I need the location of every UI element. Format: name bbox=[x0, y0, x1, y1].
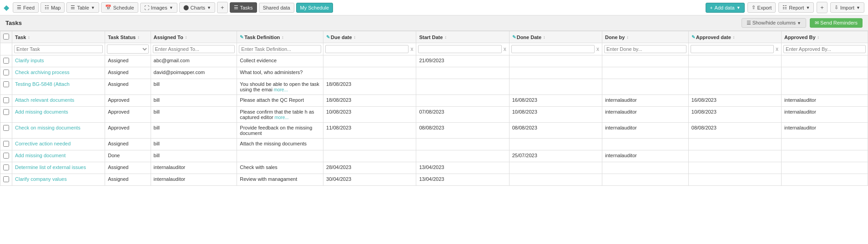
done-date-cell bbox=[509, 174, 602, 186]
task-link[interactable]: Clarify inputs bbox=[15, 58, 44, 63]
more-link[interactable]: more... bbox=[273, 87, 288, 92]
row-checkbox[interactable] bbox=[3, 58, 9, 64]
approved-date-cell: 10/08/2023 bbox=[688, 107, 781, 123]
row-checkbox[interactable] bbox=[3, 109, 9, 115]
task-link[interactable]: Check on missing documents bbox=[15, 125, 81, 130]
done-date-cell bbox=[509, 162, 602, 174]
start-date-filter-input[interactable] bbox=[418, 45, 501, 53]
task-cell: Add missing document bbox=[12, 150, 105, 162]
my-schedule-tab[interactable]: My Schedule bbox=[296, 3, 333, 13]
assigned-to-cell: bill bbox=[151, 139, 237, 150]
task-link[interactable]: Determine list of external issues bbox=[15, 164, 86, 170]
task-status-cell: Done bbox=[105, 150, 151, 162]
table-row: Check archiving processAssigneddavid@poi… bbox=[0, 67, 868, 79]
show-hide-columns-button[interactable]: ☰ Show/hide columns ▼ bbox=[742, 18, 806, 28]
assigned-to-sort-icon[interactable]: ↕ bbox=[185, 35, 187, 40]
import-button[interactable]: ⇩ Import ▼ bbox=[830, 2, 864, 13]
row-checkbox-cell bbox=[0, 67, 12, 79]
task-def-filter-cell bbox=[237, 43, 323, 55]
task-link[interactable]: Add missing documents bbox=[15, 109, 68, 115]
images-icon: ⛶ bbox=[144, 5, 149, 10]
due-date-cell bbox=[323, 55, 416, 67]
row-checkbox[interactable] bbox=[3, 97, 9, 103]
approved-by-cell: internalauditor bbox=[782, 107, 868, 123]
done-date-cell: 25/07/2023 bbox=[509, 150, 602, 162]
approved-date-cell bbox=[688, 79, 781, 95]
row-checkbox[interactable] bbox=[3, 176, 9, 182]
approved-date-sort-icon[interactable]: ↕ bbox=[733, 35, 735, 40]
task-link[interactable]: Corrective action needed bbox=[15, 141, 71, 146]
approved-by-sort-icon[interactable]: ↕ bbox=[818, 35, 820, 40]
send-reminders-button[interactable]: ✉ Send Reminders bbox=[810, 18, 863, 28]
table-tab[interactable]: ☰ Table ▼ bbox=[66, 2, 99, 13]
add-button[interactable]: + bbox=[817, 2, 828, 13]
table-row: Check on missing documentsApprovedbillPr… bbox=[0, 123, 868, 139]
due-date-cell: 30/04/2023 bbox=[323, 174, 416, 186]
done-date-sort-icon[interactable]: ↕ bbox=[543, 35, 545, 40]
tasks-icon: ☰ bbox=[234, 5, 238, 10]
map-tab[interactable]: ☷ Map bbox=[40, 2, 65, 13]
approved-date-filter-input[interactable] bbox=[691, 45, 774, 53]
done-by-filter-input[interactable] bbox=[604, 45, 686, 53]
done-date-filter-input[interactable] bbox=[511, 45, 595, 53]
task-status-sort-icon[interactable]: ↕ bbox=[137, 35, 140, 40]
start-date-cell: 13/04/2023 bbox=[416, 162, 509, 174]
section-actions: ☰ Show/hide columns ▼ ✉ Send Reminders bbox=[742, 18, 863, 28]
shared-data-tab[interactable]: Shared data bbox=[259, 3, 294, 13]
row-checkbox[interactable] bbox=[3, 81, 9, 87]
schedule-tab[interactable]: 📅 Schedule bbox=[101, 2, 138, 13]
done-by-col-header: Done by ↕ bbox=[602, 31, 689, 43]
row-checkbox[interactable] bbox=[3, 153, 9, 159]
assigned-to-filter-input[interactable] bbox=[153, 45, 235, 53]
start-date-sort-icon[interactable]: ↕ bbox=[444, 35, 447, 40]
due-date-cell: 28/04/2023 bbox=[323, 162, 416, 174]
task-link[interactable]: Testing BG-5848 (Attach bbox=[15, 81, 70, 87]
report-button[interactable]: ☷ Report ▼ bbox=[778, 2, 814, 13]
row-checkbox[interactable] bbox=[3, 141, 9, 147]
tasks-tab[interactable]: ☰ Tasks bbox=[230, 2, 257, 13]
task-link[interactable]: Attach relevant documents bbox=[15, 97, 74, 103]
assigned-to-cell: bill bbox=[151, 95, 237, 107]
task-sort-icon[interactable]: ↕ bbox=[28, 35, 30, 40]
images-tab[interactable]: ⛶ Images ▼ bbox=[140, 3, 177, 13]
more-link[interactable]: more... bbox=[273, 115, 289, 120]
approved-date-clear-button[interactable]: x bbox=[775, 46, 779, 52]
due-date-sort-icon[interactable]: ↕ bbox=[354, 35, 356, 40]
task-link[interactable]: Check archiving process bbox=[15, 70, 70, 75]
row-checkbox[interactable] bbox=[3, 125, 9, 131]
charts-tab[interactable]: ⬤ Charts ▼ bbox=[179, 2, 215, 13]
due-date-filter-input[interactable] bbox=[325, 45, 409, 53]
due-date-clear-button[interactable]: x bbox=[409, 46, 414, 52]
approved-by-cell: internalauditor bbox=[782, 123, 868, 139]
select-all-checkbox[interactable] bbox=[3, 34, 9, 40]
task-definition-cell: You should be able to open the task usin… bbox=[237, 79, 323, 95]
task-link[interactable]: Clarify company values bbox=[15, 176, 67, 182]
approved-date-col-header: ✎ Approved date ↕ bbox=[688, 31, 781, 43]
done-date-cell: 10/08/2023 bbox=[509, 107, 602, 123]
row-checkbox-cell bbox=[0, 150, 12, 162]
task-status-cell: Assigned bbox=[105, 67, 151, 79]
assigned-to-cell: bill bbox=[151, 79, 237, 95]
done-date-clear-button[interactable]: x bbox=[595, 46, 600, 52]
task-definition-cell: Please confirm that the table h as captu… bbox=[237, 107, 323, 123]
row-checkbox[interactable] bbox=[3, 164, 9, 170]
row-checkbox[interactable] bbox=[3, 70, 9, 75]
task-status-filter-select[interactable]: Assigned Approved Done bbox=[107, 45, 148, 54]
done-by-sort-icon[interactable]: ↕ bbox=[626, 35, 629, 40]
approved-date-cell bbox=[688, 150, 781, 162]
assigned-to-filter-cell bbox=[151, 43, 237, 55]
add-view-button[interactable]: + bbox=[217, 2, 228, 13]
feed-tab[interactable]: ☰ Feed bbox=[13, 2, 39, 13]
row-checkbox-cell bbox=[0, 55, 12, 67]
row-checkbox-cell bbox=[0, 174, 12, 186]
approved-by-filter-input[interactable] bbox=[783, 45, 866, 53]
start-date-filter-cell: x bbox=[416, 43, 509, 55]
main-toolbar: ◆ ☰ Feed ☷ Map ☰ Table ▼ 📅 Schedule ⛶ Im… bbox=[0, 0, 868, 15]
task-def-filter-input[interactable] bbox=[239, 45, 321, 53]
export-button[interactable]: ⇧ Export bbox=[747, 2, 776, 13]
task-link[interactable]: Add missing document bbox=[15, 153, 66, 158]
add-data-button[interactable]: + Add data ▼ bbox=[706, 3, 744, 13]
task-filter-input[interactable] bbox=[14, 45, 103, 53]
task-def-sort-icon[interactable]: ↕ bbox=[282, 35, 284, 40]
start-date-clear-button[interactable]: x bbox=[503, 46, 507, 52]
